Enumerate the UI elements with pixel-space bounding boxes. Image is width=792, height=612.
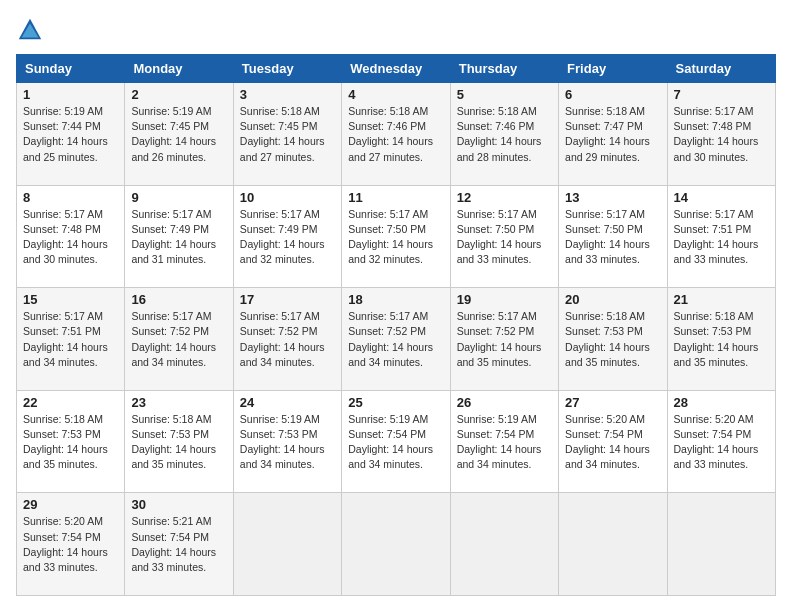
calendar-cell: 15 Sunrise: 5:17 AMSunset: 7:51 PMDaylig… [17,288,125,391]
day-number: 21 [674,292,769,307]
logo-icon [16,16,44,44]
calendar-week-row: 1 Sunrise: 5:19 AMSunset: 7:44 PMDayligh… [17,83,776,186]
day-detail: Sunrise: 5:17 AMSunset: 7:52 PMDaylight:… [348,310,433,368]
calendar-cell: 6 Sunrise: 5:18 AMSunset: 7:47 PMDayligh… [559,83,667,186]
day-number: 6 [565,87,660,102]
calendar-cell: 4 Sunrise: 5:18 AMSunset: 7:46 PMDayligh… [342,83,450,186]
calendar-cell: 21 Sunrise: 5:18 AMSunset: 7:53 PMDaylig… [667,288,775,391]
day-number: 29 [23,497,118,512]
calendar-cell: 10 Sunrise: 5:17 AMSunset: 7:49 PMDaylig… [233,185,341,288]
day-number: 25 [348,395,443,410]
day-detail: Sunrise: 5:17 AMSunset: 7:51 PMDaylight:… [23,310,108,368]
day-number: 8 [23,190,118,205]
day-detail: Sunrise: 5:18 AMSunset: 7:46 PMDaylight:… [457,105,542,163]
calendar-week-row: 8 Sunrise: 5:17 AMSunset: 7:48 PMDayligh… [17,185,776,288]
day-detail: Sunrise: 5:18 AMSunset: 7:53 PMDaylight:… [23,413,108,471]
calendar-cell: 22 Sunrise: 5:18 AMSunset: 7:53 PMDaylig… [17,390,125,493]
calendar-cell: 16 Sunrise: 5:17 AMSunset: 7:52 PMDaylig… [125,288,233,391]
day-number: 27 [565,395,660,410]
day-detail: Sunrise: 5:19 AMSunset: 7:45 PMDaylight:… [131,105,216,163]
day-detail: Sunrise: 5:20 AMSunset: 7:54 PMDaylight:… [23,515,108,573]
day-detail: Sunrise: 5:17 AMSunset: 7:50 PMDaylight:… [348,208,433,266]
day-detail: Sunrise: 5:20 AMSunset: 7:54 PMDaylight:… [674,413,759,471]
day-number: 4 [348,87,443,102]
calendar-cell [559,493,667,596]
day-number: 13 [565,190,660,205]
weekday-header: Monday [125,55,233,83]
day-number: 20 [565,292,660,307]
day-detail: Sunrise: 5:17 AMSunset: 7:52 PMDaylight:… [457,310,542,368]
calendar-cell [342,493,450,596]
day-number: 9 [131,190,226,205]
day-number: 17 [240,292,335,307]
day-detail: Sunrise: 5:17 AMSunset: 7:48 PMDaylight:… [674,105,759,163]
calendar-cell: 28 Sunrise: 5:20 AMSunset: 7:54 PMDaylig… [667,390,775,493]
day-detail: Sunrise: 5:18 AMSunset: 7:53 PMDaylight:… [131,413,216,471]
page: SundayMondayTuesdayWednesdayThursdayFrid… [0,0,792,612]
day-number: 24 [240,395,335,410]
calendar-cell: 25 Sunrise: 5:19 AMSunset: 7:54 PMDaylig… [342,390,450,493]
calendar-cell: 30 Sunrise: 5:21 AMSunset: 7:54 PMDaylig… [125,493,233,596]
calendar-cell: 14 Sunrise: 5:17 AMSunset: 7:51 PMDaylig… [667,185,775,288]
day-number: 30 [131,497,226,512]
day-number: 14 [674,190,769,205]
day-number: 7 [674,87,769,102]
day-number: 3 [240,87,335,102]
calendar-cell: 1 Sunrise: 5:19 AMSunset: 7:44 PMDayligh… [17,83,125,186]
day-number: 1 [23,87,118,102]
calendar-cell: 29 Sunrise: 5:20 AMSunset: 7:54 PMDaylig… [17,493,125,596]
calendar-cell: 7 Sunrise: 5:17 AMSunset: 7:48 PMDayligh… [667,83,775,186]
calendar-week-row: 29 Sunrise: 5:20 AMSunset: 7:54 PMDaylig… [17,493,776,596]
day-detail: Sunrise: 5:17 AMSunset: 7:49 PMDaylight:… [240,208,325,266]
day-number: 22 [23,395,118,410]
calendar-cell: 11 Sunrise: 5:17 AMSunset: 7:50 PMDaylig… [342,185,450,288]
calendar-cell: 3 Sunrise: 5:18 AMSunset: 7:45 PMDayligh… [233,83,341,186]
calendar-header-row: SundayMondayTuesdayWednesdayThursdayFrid… [17,55,776,83]
day-number: 5 [457,87,552,102]
day-detail: Sunrise: 5:17 AMSunset: 7:50 PMDaylight:… [457,208,542,266]
header [16,16,776,44]
calendar-cell: 27 Sunrise: 5:20 AMSunset: 7:54 PMDaylig… [559,390,667,493]
day-number: 19 [457,292,552,307]
day-detail: Sunrise: 5:18 AMSunset: 7:45 PMDaylight:… [240,105,325,163]
day-detail: Sunrise: 5:18 AMSunset: 7:53 PMDaylight:… [565,310,650,368]
calendar-cell: 12 Sunrise: 5:17 AMSunset: 7:50 PMDaylig… [450,185,558,288]
day-detail: Sunrise: 5:17 AMSunset: 7:52 PMDaylight:… [240,310,325,368]
day-number: 23 [131,395,226,410]
day-detail: Sunrise: 5:19 AMSunset: 7:54 PMDaylight:… [457,413,542,471]
calendar-cell: 23 Sunrise: 5:18 AMSunset: 7:53 PMDaylig… [125,390,233,493]
calendar-table: SundayMondayTuesdayWednesdayThursdayFrid… [16,54,776,596]
calendar-week-row: 22 Sunrise: 5:18 AMSunset: 7:53 PMDaylig… [17,390,776,493]
day-detail: Sunrise: 5:17 AMSunset: 7:49 PMDaylight:… [131,208,216,266]
day-detail: Sunrise: 5:17 AMSunset: 7:52 PMDaylight:… [131,310,216,368]
calendar-week-row: 15 Sunrise: 5:17 AMSunset: 7:51 PMDaylig… [17,288,776,391]
day-detail: Sunrise: 5:17 AMSunset: 7:48 PMDaylight:… [23,208,108,266]
day-number: 15 [23,292,118,307]
day-detail: Sunrise: 5:19 AMSunset: 7:54 PMDaylight:… [348,413,433,471]
day-detail: Sunrise: 5:19 AMSunset: 7:53 PMDaylight:… [240,413,325,471]
weekday-header: Sunday [17,55,125,83]
day-detail: Sunrise: 5:17 AMSunset: 7:51 PMDaylight:… [674,208,759,266]
day-detail: Sunrise: 5:18 AMSunset: 7:53 PMDaylight:… [674,310,759,368]
day-number: 10 [240,190,335,205]
day-number: 16 [131,292,226,307]
logo [16,16,48,44]
day-number: 11 [348,190,443,205]
calendar-cell: 17 Sunrise: 5:17 AMSunset: 7:52 PMDaylig… [233,288,341,391]
day-detail: Sunrise: 5:21 AMSunset: 7:54 PMDaylight:… [131,515,216,573]
calendar-cell: 24 Sunrise: 5:19 AMSunset: 7:53 PMDaylig… [233,390,341,493]
calendar-cell: 20 Sunrise: 5:18 AMSunset: 7:53 PMDaylig… [559,288,667,391]
day-number: 2 [131,87,226,102]
day-number: 28 [674,395,769,410]
calendar-cell [667,493,775,596]
day-detail: Sunrise: 5:19 AMSunset: 7:44 PMDaylight:… [23,105,108,163]
weekday-header: Friday [559,55,667,83]
day-detail: Sunrise: 5:18 AMSunset: 7:46 PMDaylight:… [348,105,433,163]
calendar-cell: 26 Sunrise: 5:19 AMSunset: 7:54 PMDaylig… [450,390,558,493]
day-number: 12 [457,190,552,205]
day-detail: Sunrise: 5:17 AMSunset: 7:50 PMDaylight:… [565,208,650,266]
weekday-header: Wednesday [342,55,450,83]
calendar-cell [233,493,341,596]
weekday-header: Tuesday [233,55,341,83]
calendar-cell: 8 Sunrise: 5:17 AMSunset: 7:48 PMDayligh… [17,185,125,288]
